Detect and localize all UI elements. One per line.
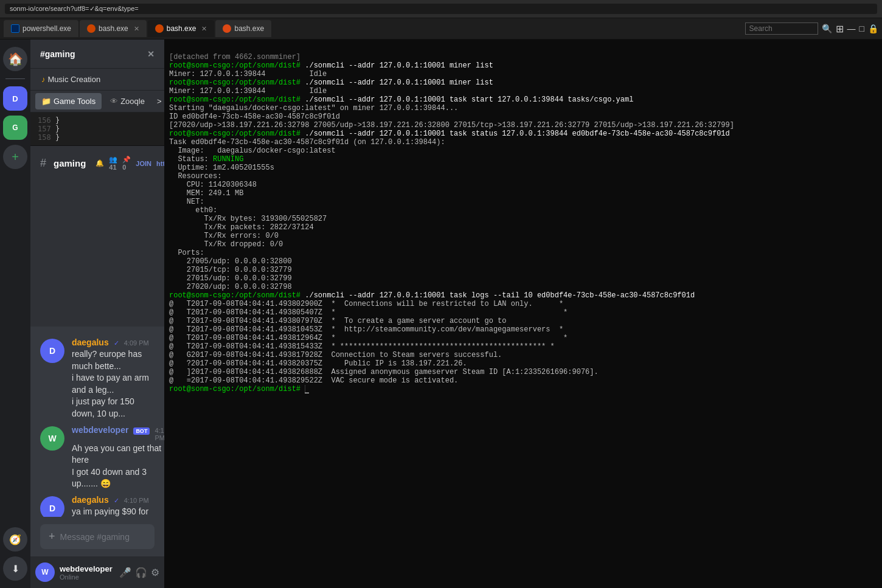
- tab-bash-2[interactable]: bash.exe ✕: [148, 20, 215, 37]
- server-download[interactable]: ⬇: [3, 556, 27, 581]
- bash-active-icon: [155, 24, 164, 33]
- eye-icon: 👁: [110, 97, 118, 106]
- more-label: >: [157, 97, 162, 106]
- powershell-icon: [11, 24, 19, 33]
- browser-bar: sonm-io/core/search?utf8=✓&q=env&type=: [0, 0, 882, 18]
- user-controls: W webdeveloper Online 🎤 🎧 ⚙: [30, 556, 164, 588]
- message-text-1a: really? europe has much bette...: [72, 348, 155, 372]
- message-text-2a: Ah yea you can get that here: [72, 443, 164, 466]
- maximize-icon[interactable]: □: [859, 24, 864, 33]
- tab-bash-2-close[interactable]: ✕: [201, 25, 207, 33]
- avatar-daegalus-3[interactable]: D: [40, 496, 64, 517]
- timestamp-3: 4:10 PM: [124, 497, 149, 504]
- message-text-3a: ya im paying $90 for mine: [72, 506, 155, 517]
- attach-button[interactable]: +: [49, 530, 55, 543]
- server-list: 🏠 D G + 🧭 ⬇: [0, 40, 30, 588]
- message-text-2b: I got 40 down and 3 up....... 😄: [72, 466, 164, 490]
- tab-bash-1[interactable]: bash.exe ✕: [80, 20, 147, 37]
- tab-music-creation[interactable]: ♪ Music Creation: [35, 71, 106, 88]
- game-tools-label: Game Tools: [54, 97, 95, 106]
- search-icon[interactable]: 🔍: [822, 24, 832, 33]
- deafen-icon[interactable]: 🎧: [135, 567, 147, 578]
- browser-url: sonm-io/core/search?utf8=✓&q=env&type=: [5, 4, 877, 14]
- username-daegalus-3[interactable]: daegalus: [72, 495, 109, 505]
- user-icon-controls: 🎤 🎧 ⚙: [119, 567, 159, 578]
- discord-nav-2: 📁 Game Tools 👁 Zooqle >: [30, 91, 164, 112]
- channel-meta: 🔔 👥 41 📌 0 JOIN http://steamcomm...: [95, 156, 164, 171]
- search-input[interactable]: [745, 22, 818, 35]
- minimize-icon[interactable]: —: [847, 24, 856, 33]
- member-count: 👥 41: [109, 156, 117, 171]
- message-text-1b: i have to pay an arm and a leg...: [72, 372, 155, 396]
- server-chevron: ✕: [147, 49, 155, 59]
- main-content: 🏠 D G + 🧭 ⬇ #gaming ✕ ♪ Music Creation 📁…: [0, 40, 882, 588]
- channel-name: gaming: [54, 158, 86, 168]
- bot-badge-2: BOT: [133, 427, 150, 435]
- username-daegalus-1[interactable]: daegalus: [72, 337, 109, 347]
- username-webdev-2[interactable]: webdeveloper: [72, 425, 128, 435]
- tab-powershell[interactable]: powershell.exe: [4, 20, 78, 37]
- channel-list-area: #gaming ✕ ♪ Music Creation 📁 Game Tools …: [30, 40, 164, 588]
- message-content-1: daegalus ✓ 4:09 PM really? europe has mu…: [72, 337, 155, 420]
- tab-more[interactable]: >: [151, 93, 164, 109]
- lock-icon[interactable]: 🔒: [868, 24, 878, 33]
- join-link[interactable]: JOIN: [136, 160, 151, 167]
- message-content-2: webdeveloper BOT 4:10 PM Ah yea you can …: [72, 425, 164, 490]
- message-input-box: + GIF 😊: [40, 524, 155, 549]
- terminal-area[interactable]: [detached from 4662.sonmminer] root@sonm…: [164, 40, 882, 588]
- avatar-webdeveloper-2[interactable]: W: [40, 426, 64, 451]
- user-status: Online: [60, 573, 113, 581]
- message-input-area: + GIF 😊: [30, 517, 164, 556]
- server-divider: [5, 78, 25, 79]
- message-header-1: daegalus ✓ 4:09 PM: [72, 337, 155, 347]
- message-header-3: daegalus ✓ 4:10 PM: [72, 495, 155, 505]
- timestamp-1: 4:09 PM: [124, 339, 149, 347]
- tab-bash-2-label: bash.exe: [167, 24, 196, 33]
- message-input[interactable]: [60, 532, 167, 542]
- folder-icon: 📁: [41, 97, 51, 106]
- bell-icon: 🔔: [95, 159, 104, 167]
- channel-section-header: # gaming 🔔 👥 41 📌 0 JOIN http://steamcom…: [30, 151, 164, 176]
- tab-powershell-label: powershell.exe: [23, 24, 71, 33]
- message-text-1c: i just pay for 150 down, 10 up...: [72, 396, 155, 420]
- tab-zooqle[interactable]: 👁 Zooqle: [104, 93, 151, 109]
- verified-badge-1: ✓: [114, 339, 119, 347]
- pin-icon: 📌 0: [122, 156, 131, 171]
- server-gaming[interactable]: G: [3, 116, 27, 140]
- join-url: http://steamcomm...: [156, 160, 164, 167]
- tab-bash-1-close[interactable]: ✕: [134, 25, 139, 33]
- music-icon: ♪: [41, 75, 46, 84]
- timestamp-2: 4:10 PM: [155, 427, 164, 441]
- tab-bar: powershell.exe bash.exe ✕ bash.exe ✕ bas…: [0, 18, 882, 40]
- settings-icon[interactable]: ⚙: [151, 567, 159, 578]
- messages-area: D daegalus ✓ 4:09 PM really? europe has …: [30, 327, 164, 517]
- message-group-1: D daegalus ✓ 4:09 PM really? europe has …: [30, 336, 164, 421]
- server-name: #gaming: [40, 49, 75, 59]
- avatar-daegalus-1[interactable]: D: [40, 339, 64, 363]
- tab-bash-3-label: bash.exe: [234, 24, 264, 33]
- ubuntu-icon: [223, 24, 231, 33]
- tab-bash-3[interactable]: bash.exe: [215, 20, 271, 37]
- channel-hash: #: [40, 157, 46, 170]
- new-tab-icon[interactable]: ⊞: [836, 23, 844, 35]
- message-group-2: W webdeveloper BOT 4:10 PM Ah yea you ca…: [30, 424, 164, 491]
- tab-game-tools[interactable]: 📁 Game Tools: [35, 93, 102, 109]
- zooqle-label: Zooqle: [120, 97, 145, 106]
- user-info: webdeveloper Online: [60, 564, 113, 581]
- user-avatar: W: [35, 562, 55, 582]
- bash-orange-icon: [87, 24, 95, 33]
- music-creation-label: Music Creation: [48, 75, 101, 84]
- user-display-name: webdeveloper: [60, 564, 113, 573]
- server-home[interactable]: 🏠: [3, 47, 27, 71]
- server-discover[interactable]: 🧭: [3, 527, 27, 552]
- server-name-header[interactable]: #gaming ✕: [30, 40, 164, 69]
- message-header-2: webdeveloper BOT 4:10 PM: [72, 425, 164, 441]
- server-add[interactable]: +: [3, 145, 27, 169]
- code-snippet: 156 } 157 } 158 }: [30, 112, 164, 146]
- channel-list: # gaming 🔔 👥 41 📌 0 JOIN http://steamcom…: [30, 146, 164, 327]
- discord-nav: ♪ Music Creation: [30, 69, 164, 91]
- tab-bash-1-label: bash.exe: [99, 24, 128, 33]
- mute-icon[interactable]: 🎤: [119, 567, 131, 578]
- verified-badge-3: ✓: [114, 497, 119, 505]
- server-discord[interactable]: D: [3, 86, 27, 111]
